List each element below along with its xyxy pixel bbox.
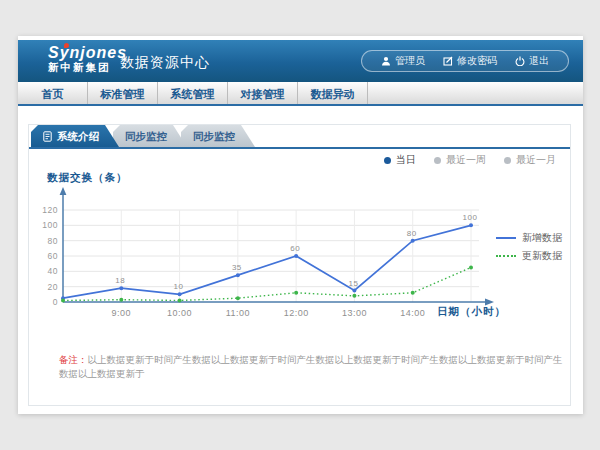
svg-text:80: 80 [407,229,417,238]
nav-item-home[interactable]: 首页 [18,82,88,104]
svg-text:13:00: 13:00 [342,308,367,318]
nav-item-integration-mgmt[interactable]: 对接管理 [228,82,298,104]
svg-text:11:00: 11:00 [226,308,250,318]
user-icon [381,56,391,66]
logo-red-dot-icon [64,43,69,48]
footnote-text: 以上数据更新于时间产生数据以上数据更新于时间产生数据以上数据更新于时间产生数据以… [59,354,563,379]
main-nav: 首页 标准管理 系统管理 对接管理 数据异动 [18,82,583,106]
svg-text:14:00: 14:00 [400,308,425,318]
app-header: Synjones 新中新集团 数据资源中心 管理员 修改密码 退出 [18,40,583,82]
svg-text:10:00: 10:00 [167,308,192,318]
range-option-last-month[interactable]: 最近一月 [504,153,556,167]
tab-sync-monitor-1[interactable]: 同步监控 [113,125,187,147]
svg-text:120: 120 [42,205,58,215]
radio-dot-icon [434,157,441,164]
series-legend: 新增数据 更新数据 [496,229,562,265]
change-password-button[interactable]: 修改密码 [434,54,506,68]
svg-text:18: 18 [115,276,125,285]
logout-button[interactable]: 退出 [506,54,558,68]
logo-name: Synjones [48,44,127,61]
svg-text:60: 60 [48,251,58,261]
logo-subtitle: 新中新集团 [48,61,127,74]
svg-text:35: 35 [232,263,242,272]
line-chart: 0204060801001209:0010:0011:0012:0013:001… [41,186,501,336]
radio-dot-icon [384,157,391,164]
page-title: 数据资源中心 [120,40,210,82]
svg-text:15: 15 [348,279,358,288]
power-icon [515,56,525,66]
legend-item-updated-data[interactable]: 更新数据 [496,247,562,265]
svg-text:12:00: 12:00 [284,308,309,318]
time-range-selector: 当日 最近一周 最近一月 [366,153,556,167]
tab-bar: 系统介绍 同步监控 同步监控 [31,125,249,147]
footnote-label: 备注： [59,354,88,365]
user-button[interactable]: 管理员 [372,54,434,68]
nav-item-system-mgmt[interactable]: 系统管理 [158,82,228,104]
edit-icon [443,56,453,66]
svg-text:60: 60 [290,244,300,253]
solid-line-icon [496,237,516,239]
y-axis-title: 数据交换（条） [47,171,128,185]
range-option-today[interactable]: 当日 [384,153,416,167]
x-axis-title: 日期（小时） [437,305,506,319]
range-option-last-week[interactable]: 最近一周 [434,153,486,167]
nav-item-standard-mgmt[interactable]: 标准管理 [88,82,158,104]
tab-system-intro[interactable]: 系统介绍 [31,125,119,147]
legend-item-new-data[interactable]: 新增数据 [496,229,562,247]
company-logo: Synjones 新中新集团 [48,44,127,74]
nav-item-data-change[interactable]: 数据异动 [298,82,368,104]
app-window: Synjones 新中新集团 数据资源中心 管理员 修改密码 退出 首页 标准管… [18,36,583,414]
content-panel: 系统介绍 同步监控 同步监控 当日 最近一周 最近一月 数据交换（条） 0204… [28,124,571,406]
svg-text:100: 100 [463,213,478,222]
svg-text:10: 10 [174,282,184,291]
svg-text:40: 40 [48,266,58,276]
document-icon [43,131,52,142]
svg-text:20: 20 [48,282,58,292]
svg-text:0: 0 [53,297,58,307]
svg-text:9:00: 9:00 [112,308,132,318]
tab-underline [29,147,570,149]
svg-text:80: 80 [48,236,58,246]
user-menu: 管理员 修改密码 退出 [361,50,569,72]
dotted-line-icon [496,255,516,257]
tab-sync-monitor-2[interactable]: 同步监控 [181,125,255,147]
svg-text:100: 100 [42,220,58,230]
footnote: 备注：以上数据更新于时间产生数据以上数据更新于时间产生数据以上数据更新于时间产生… [59,353,564,381]
radio-dot-icon [504,157,511,164]
